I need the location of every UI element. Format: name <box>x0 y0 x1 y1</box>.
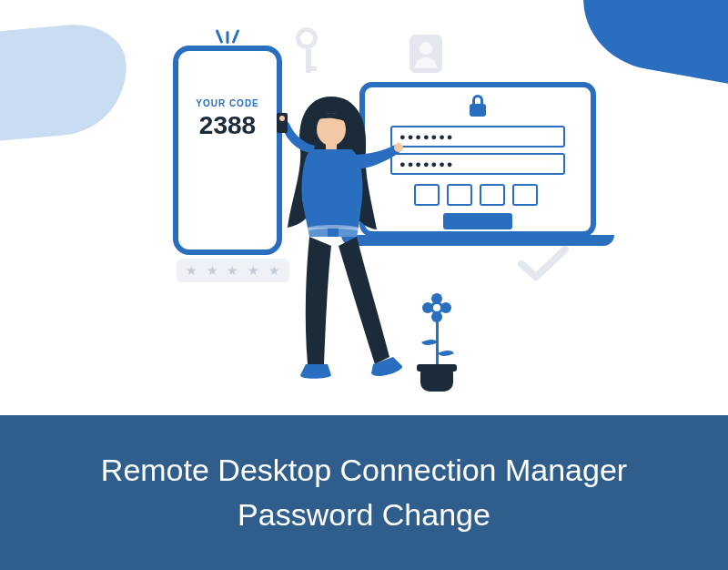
decor-blob-left <box>0 20 132 143</box>
submit-button <box>443 213 512 229</box>
person-illustration <box>260 91 424 401</box>
svg-point-3 <box>279 116 285 121</box>
illustration-canvas: YOUR CODE 2388 ★ ★ ★ ★ ★ ●●●●●●● ●●●●●●● <box>0 0 728 570</box>
otp-boxes <box>414 184 538 206</box>
checkmark-icon <box>518 244 569 282</box>
svg-point-4 <box>394 143 403 152</box>
svg-rect-5 <box>328 228 339 237</box>
star-icon: ★ <box>207 263 218 278</box>
key-icon <box>296 27 321 82</box>
decor-blob-right <box>572 0 728 87</box>
title-bar: Remote Desktop Connection Manager Passwo… <box>0 415 728 570</box>
star-icon: ★ <box>227 263 238 278</box>
attention-lines-icon <box>218 25 238 44</box>
phone-notch <box>211 46 244 51</box>
lock-icon <box>469 95 487 117</box>
star-icon: ★ <box>248 263 259 278</box>
star-icon: ★ <box>186 263 197 278</box>
otp-box <box>480 184 505 206</box>
page-title: Remote Desktop Connection Manager Passwo… <box>55 448 673 538</box>
avatar-icon <box>410 35 442 73</box>
otp-box <box>447 184 472 206</box>
otp-box <box>512 184 538 206</box>
